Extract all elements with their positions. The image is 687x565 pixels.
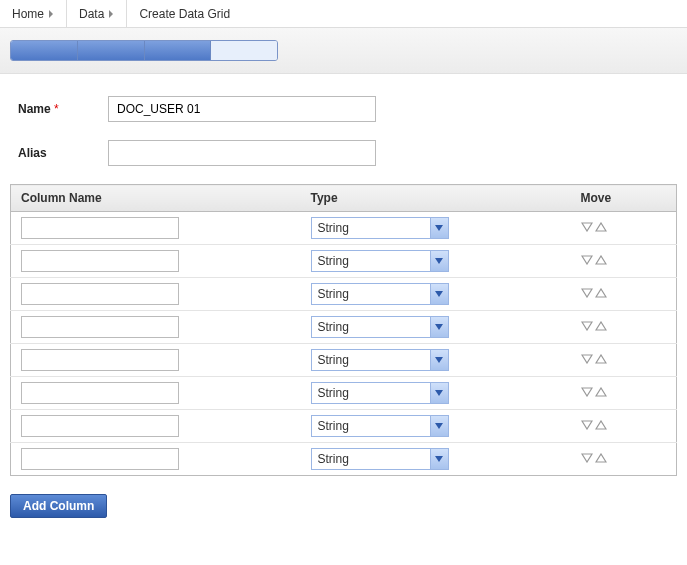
column-name-input[interactable] — [21, 349, 179, 371]
move-up-icon[interactable] — [595, 254, 607, 268]
progress-step-3 — [145, 41, 212, 60]
column-name-input[interactable] — [21, 316, 179, 338]
type-select[interactable]: String — [311, 448, 449, 470]
alias-field-row: Alias — [10, 140, 677, 166]
type-select-value: String — [312, 317, 430, 337]
progress-step-1 — [11, 41, 78, 60]
name-input[interactable] — [108, 96, 376, 122]
move-up-icon[interactable] — [595, 386, 607, 400]
progress-step-4 — [211, 41, 277, 60]
move-down-icon[interactable] — [581, 221, 593, 235]
progress-area — [0, 28, 687, 74]
breadcrumb-data[interactable]: Data — [67, 0, 127, 27]
columns-table: Column Name Type Move StringStringString… — [10, 184, 677, 476]
column-name-input[interactable] — [21, 382, 179, 404]
required-marker: * — [54, 102, 59, 116]
move-down-icon[interactable] — [581, 320, 593, 334]
type-select-value: String — [312, 416, 430, 436]
table-row: String — [11, 212, 677, 245]
move-controls — [581, 386, 607, 400]
dropdown-arrow-icon[interactable] — [430, 350, 448, 370]
type-select-value: String — [312, 251, 430, 271]
table-row: String — [11, 278, 677, 311]
form-area: Name * Alias Column Name Type Move Strin… — [0, 74, 687, 486]
table-row: String — [11, 344, 677, 377]
name-label-text: Name — [18, 102, 51, 116]
move-up-icon[interactable] — [595, 287, 607, 301]
type-select-value: String — [312, 383, 430, 403]
type-select[interactable]: String — [311, 316, 449, 338]
th-move: Move — [571, 185, 677, 212]
th-type: Type — [301, 185, 571, 212]
alias-label: Alias — [10, 146, 108, 160]
dropdown-arrow-icon[interactable] — [430, 317, 448, 337]
type-select[interactable]: String — [311, 217, 449, 239]
move-down-icon[interactable] — [581, 386, 593, 400]
breadcrumb-data-label: Data — [79, 7, 104, 21]
chevron-right-icon — [48, 10, 54, 18]
breadcrumb-home[interactable]: Home — [0, 0, 67, 27]
wizard-progress — [10, 40, 278, 61]
move-controls — [581, 452, 607, 466]
dropdown-arrow-icon[interactable] — [430, 383, 448, 403]
column-name-input[interactable] — [21, 250, 179, 272]
move-down-icon[interactable] — [581, 254, 593, 268]
type-select[interactable]: String — [311, 415, 449, 437]
move-up-icon[interactable] — [595, 452, 607, 466]
button-row: Add Column — [0, 486, 687, 530]
type-select-value: String — [312, 218, 430, 238]
column-name-input[interactable] — [21, 283, 179, 305]
alias-input[interactable] — [108, 140, 376, 166]
dropdown-arrow-icon[interactable] — [430, 416, 448, 436]
table-row: String — [11, 245, 677, 278]
breadcrumb-home-label: Home — [12, 7, 44, 21]
move-down-icon[interactable] — [581, 452, 593, 466]
move-down-icon[interactable] — [581, 419, 593, 433]
add-column-button[interactable]: Add Column — [10, 494, 107, 518]
name-field-row: Name * — [10, 96, 677, 122]
move-controls — [581, 221, 607, 235]
move-controls — [581, 419, 607, 433]
chevron-right-icon — [108, 10, 114, 18]
dropdown-arrow-icon[interactable] — [430, 218, 448, 238]
column-name-input[interactable] — [21, 415, 179, 437]
type-select[interactable]: String — [311, 382, 449, 404]
dropdown-arrow-icon[interactable] — [430, 449, 448, 469]
type-select-value: String — [312, 350, 430, 370]
type-select-value: String — [312, 284, 430, 304]
move-controls — [581, 254, 607, 268]
column-name-input[interactable] — [21, 217, 179, 239]
table-row: String — [11, 311, 677, 344]
name-label: Name * — [10, 102, 108, 116]
type-select[interactable]: String — [311, 349, 449, 371]
type-select[interactable]: String — [311, 283, 449, 305]
th-column-name: Column Name — [11, 185, 301, 212]
breadcrumb-current: Create Data Grid — [127, 0, 242, 27]
table-row: String — [11, 410, 677, 443]
type-select-value: String — [312, 449, 430, 469]
move-controls — [581, 353, 607, 367]
move-up-icon[interactable] — [595, 419, 607, 433]
breadcrumb: Home Data Create Data Grid — [0, 0, 687, 28]
move-up-icon[interactable] — [595, 320, 607, 334]
move-up-icon[interactable] — [595, 353, 607, 367]
move-controls — [581, 320, 607, 334]
table-row: String — [11, 443, 677, 476]
column-name-input[interactable] — [21, 448, 179, 470]
move-up-icon[interactable] — [595, 221, 607, 235]
progress-step-2 — [78, 41, 145, 60]
move-down-icon[interactable] — [581, 353, 593, 367]
dropdown-arrow-icon[interactable] — [430, 251, 448, 271]
move-controls — [581, 287, 607, 301]
move-down-icon[interactable] — [581, 287, 593, 301]
table-row: String — [11, 377, 677, 410]
dropdown-arrow-icon[interactable] — [430, 284, 448, 304]
type-select[interactable]: String — [311, 250, 449, 272]
breadcrumb-current-label: Create Data Grid — [139, 7, 230, 21]
